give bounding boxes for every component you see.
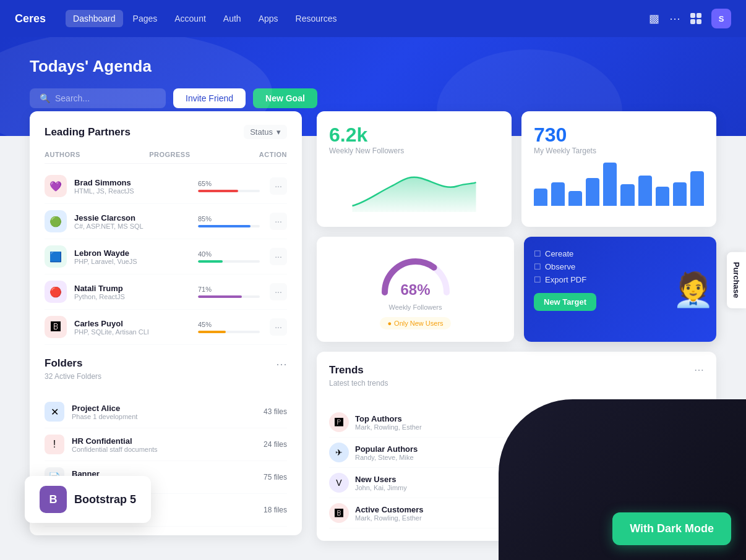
- table-row: 🅱 Carles Puyol PHP, SQLite, Artisan CLI …: [45, 310, 287, 345]
- status-label: Status: [250, 127, 273, 137]
- bar: [638, 176, 652, 206]
- list-item: ! HR Confidential Confidential staff doc…: [45, 428, 287, 461]
- stats-row: 6.2k Weekly New Followers 730: [317, 111, 716, 227]
- targets-card: 730 My Weekly Targets: [521, 111, 716, 227]
- action-card: Cereate Observe Export PDF New Target 🧑‍…: [524, 237, 716, 342]
- table-row: 💜 Brad Simmons HTML, JS, ReactJS 65% ···: [45, 169, 287, 204]
- invite-friend-button[interactable]: Invite Friend: [173, 88, 246, 108]
- new-goal-button[interactable]: New Goal: [253, 88, 317, 108]
- folders-title: Folders: [45, 357, 101, 370]
- table-row: 🔴 Natali Trump Python, ReactJS 71% ···: [45, 274, 287, 310]
- gauge-wrapper: 68%: [379, 249, 453, 299]
- bootstrap-icon: B: [40, 486, 67, 513]
- dots-icon[interactable]: ⋯: [669, 12, 680, 25]
- partner-skills: PHP, SQLite, Artisan CLI: [74, 328, 188, 336]
- partner-avatar: 💜: [45, 175, 67, 197]
- search-box[interactable]: 🔍: [30, 88, 166, 108]
- grid-icon[interactable]: [690, 13, 701, 24]
- gauge-card: 68% Weekly Followers ● Only New Users: [317, 237, 514, 342]
- hero-controls: 🔍 Invite Friend New Goal: [30, 88, 716, 108]
- action-figure: 🧑‍💼: [672, 237, 714, 342]
- avatar[interactable]: S: [711, 9, 731, 28]
- partner-name: Carles Puyol: [74, 319, 188, 328]
- folders-more-icon[interactable]: ⋯: [276, 357, 287, 371]
- gauge-label: Weekly Followers: [389, 303, 442, 311]
- partner-name: Lebron Wayde: [74, 248, 188, 258]
- chart-icon[interactable]: ▩: [649, 12, 659, 25]
- partner-skills: PHP, Laravel, VueJS: [74, 258, 188, 265]
- partner-skills: HTML, JS, ReactJS: [74, 187, 188, 195]
- targets-label: My Weekly Targets: [534, 146, 704, 155]
- folder-icon: ✕: [45, 402, 64, 422]
- leading-partners-title: Leading Partners: [45, 126, 131, 138]
- search-input[interactable]: [55, 93, 154, 103]
- bottom-row: 68% Weekly Followers ● Only New Users Ce…: [317, 237, 716, 342]
- nav-apps[interactable]: Apps: [251, 10, 286, 27]
- left-panel: Leading Partners Status ▾ AUTHORS PROGRE…: [30, 111, 302, 535]
- partner-action-button[interactable]: ···: [270, 318, 287, 336]
- navbar: Ceres Dashboard Pages Account Auth Apps …: [0, 0, 746, 37]
- followers-chart: [329, 163, 499, 212]
- partner-name: Natali Trump: [74, 284, 188, 293]
- bar: [620, 184, 634, 206]
- nav-pages[interactable]: Pages: [126, 10, 165, 27]
- partner-action-button[interactable]: ···: [270, 248, 287, 265]
- gauge-badge-text: Only New Users: [394, 320, 443, 327]
- table-headers: AUTHORS PROGRESS ACTION: [45, 151, 287, 164]
- bar: [534, 189, 547, 206]
- partner-avatar: 🔴: [45, 281, 67, 303]
- bar: [690, 171, 704, 206]
- partner-skills: Python, ReactJS: [74, 293, 188, 300]
- authors-header: AUTHORS: [45, 151, 80, 158]
- bootstrap-label: Bootstrap 5: [74, 493, 136, 506]
- search-icon: 🔍: [40, 93, 50, 103]
- nav-resources[interactable]: Resources: [288, 10, 345, 27]
- nav-account[interactable]: Account: [167, 10, 213, 27]
- table-row: 🟦 Lebron Wayde PHP, Laravel, VueJS 40% ·…: [45, 239, 287, 274]
- purchase-tab[interactable]: Purchase: [727, 252, 746, 308]
- trends-subtitle: Latest tech trends: [329, 379, 388, 388]
- chevron-down-icon: ▾: [277, 127, 281, 137]
- list-item: ✕ Project Alice Phase 1 development 43 f…: [45, 396, 287, 428]
- nav-dashboard[interactable]: Dashboard: [66, 10, 123, 27]
- trend-icon: V: [329, 473, 349, 493]
- targets-value: 730: [534, 124, 704, 146]
- partner-skills: C#, ASP.NET, MS SQL: [74, 223, 188, 230]
- trends-title: Trends: [329, 364, 388, 376]
- followers-value: 6.2k: [329, 124, 499, 146]
- partner-name: Jessie Clarcson: [74, 213, 188, 223]
- partner-avatar: 🟢: [45, 210, 67, 232]
- trends-more-icon[interactable]: ⋯: [694, 364, 704, 400]
- circle-icon: ●: [387, 320, 392, 327]
- bar: [656, 187, 669, 206]
- partner-action-button[interactable]: ···: [270, 213, 287, 230]
- partner-action-button[interactable]: ···: [270, 177, 287, 195]
- action-header: ACTION: [259, 151, 287, 158]
- trend-icon: 🅿: [329, 412, 349, 432]
- followers-card: 6.2k Weekly New Followers: [317, 111, 512, 227]
- bar: [673, 182, 687, 206]
- page-title: Todays' Agenda: [30, 57, 716, 76]
- partner-avatar: 🅱: [45, 316, 67, 338]
- targets-bar-chart: [534, 163, 704, 206]
- followers-label: Weekly New Followers: [329, 146, 499, 155]
- partner-avatar: 🟦: [45, 245, 67, 268]
- dark-mode-button[interactable]: With Dark Mode: [612, 512, 731, 545]
- navbar-right: ▩ ⋯ S: [649, 9, 731, 28]
- gauge-badge: ● Only New Users: [380, 317, 450, 329]
- nav-auth[interactable]: Auth: [216, 10, 249, 27]
- bootstrap-badge: B Bootstrap 5: [25, 476, 151, 523]
- bar: [603, 163, 617, 206]
- partner-action-button[interactable]: ···: [270, 283, 287, 300]
- table-row: 🟢 Jessie Clarcson C#, ASP.NET, MS SQL 85…: [45, 204, 287, 239]
- nav-items: Dashboard Pages Account Auth Apps Resour…: [66, 10, 344, 27]
- bar: [568, 191, 582, 206]
- new-target-button[interactable]: New Target: [534, 293, 596, 311]
- folder-icon: !: [45, 435, 64, 454]
- gauge-percent: 68%: [400, 281, 430, 299]
- trend-icon: ✈: [329, 443, 349, 462]
- progress-header: PROGRESS: [149, 151, 190, 158]
- partner-name: Brad Simmons: [74, 178, 188, 187]
- status-dropdown[interactable]: Status ▾: [244, 125, 287, 139]
- bar: [586, 178, 599, 206]
